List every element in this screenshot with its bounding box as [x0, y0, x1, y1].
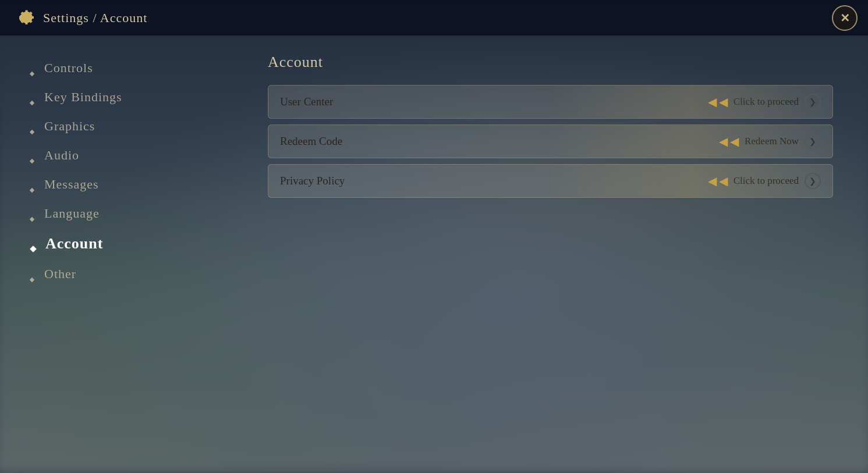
arrow-decoration: ◀ ◀ [708, 95, 728, 109]
action-row-label: Privacy Policy [280, 175, 708, 187]
sidebar-item-controls[interactable]: Controls [29, 54, 233, 83]
sidebar-item-label: Language [44, 206, 100, 221]
topbar: Settings / Account ✕ [0, 0, 868, 36]
sidebar-item-other[interactable]: Other [29, 259, 233, 289]
sidebar-item-graphics[interactable]: Graphics [29, 112, 233, 141]
arrow-left-gold-2: ◀ [730, 134, 739, 148]
sidebar-item-language[interactable]: Language [29, 199, 233, 228]
arrow-left-gold: ◀ [708, 174, 717, 188]
sidebar-item-label: Audio [44, 148, 79, 163]
action-row-label: Redeem Code [280, 135, 719, 148]
content-area: Account User Center ◀ ◀ Click to proceed… [233, 36, 868, 473]
action-label-right: Click to proceed [734, 96, 799, 108]
sidebar-item-label: Graphics [44, 119, 95, 134]
action-row-right: ◀ ◀ Click to proceed ❯ [708, 94, 821, 110]
svg-marker-0 [30, 72, 34, 76]
section-title: Account [268, 54, 833, 71]
arrow-circle-icon: ❯ [805, 94, 821, 110]
action-row-redeem-code[interactable]: Redeem Code ◀ ◀ Redeem Now ❯ [268, 125, 833, 158]
arrow-decoration: ◀ ◀ [708, 174, 728, 188]
bullet-icon [29, 94, 35, 100]
sidebar-item-label: Controls [44, 61, 93, 76]
gear-icon [12, 6, 35, 30]
action-row-right: ◀ ◀ Redeem Now ❯ [719, 133, 821, 150]
svg-marker-2 [30, 130, 34, 134]
sidebar-item-messages[interactable]: Messages [29, 170, 233, 199]
bullet-icon [29, 152, 35, 158]
topbar-title: Settings / Account [43, 10, 147, 26]
svg-marker-3 [30, 159, 34, 163]
arrow-left-gold-2: ◀ [719, 174, 728, 188]
bullet-icon [29, 211, 35, 216]
svg-marker-1 [30, 101, 34, 105]
action-row-user-center[interactable]: User Center ◀ ◀ Click to proceed ❯ [268, 85, 833, 119]
sidebar-item-account[interactable]: Account [29, 228, 233, 259]
arrow-decoration: ◀ ◀ [719, 134, 739, 148]
arrow-left-gold-2: ◀ [719, 95, 728, 109]
svg-marker-4 [30, 188, 34, 193]
sidebar-item-label: Other [44, 266, 76, 282]
sidebar-item-label: Account [45, 235, 103, 252]
sidebar-item-label: Key Bindings [44, 90, 122, 105]
svg-marker-7 [30, 278, 34, 282]
arrow-circle-icon: ❯ [805, 133, 821, 150]
action-row-right: ◀ ◀ Click to proceed ❯ [708, 173, 821, 189]
action-label-right: Redeem Now [745, 136, 799, 147]
svg-marker-6 [30, 246, 37, 252]
sidebar-item-key-bindings[interactable]: Key Bindings [29, 83, 233, 112]
arrow-left-gold: ◀ [708, 95, 717, 109]
sidebar-item-label: Messages [44, 177, 99, 192]
bullet-icon [29, 65, 35, 71]
sidebar-item-audio[interactable]: Audio [29, 141, 233, 170]
arrow-left-gold: ◀ [719, 134, 728, 148]
arrow-circle-icon: ❯ [805, 173, 821, 189]
bullet-icon [29, 123, 35, 129]
svg-marker-5 [30, 217, 34, 222]
bullet-icon [29, 271, 35, 277]
action-row-privacy-policy[interactable]: Privacy Policy ◀ ◀ Click to proceed ❯ [268, 164, 833, 198]
bullet-icon [29, 240, 37, 248]
close-button[interactable]: ✕ [832, 5, 858, 31]
sidebar-nav: Controls Key Bindings Graphics Audio Mes… [0, 36, 233, 473]
action-label-right: Click to proceed [734, 175, 799, 187]
bullet-icon [29, 182, 35, 187]
action-row-label: User Center [280, 95, 708, 108]
